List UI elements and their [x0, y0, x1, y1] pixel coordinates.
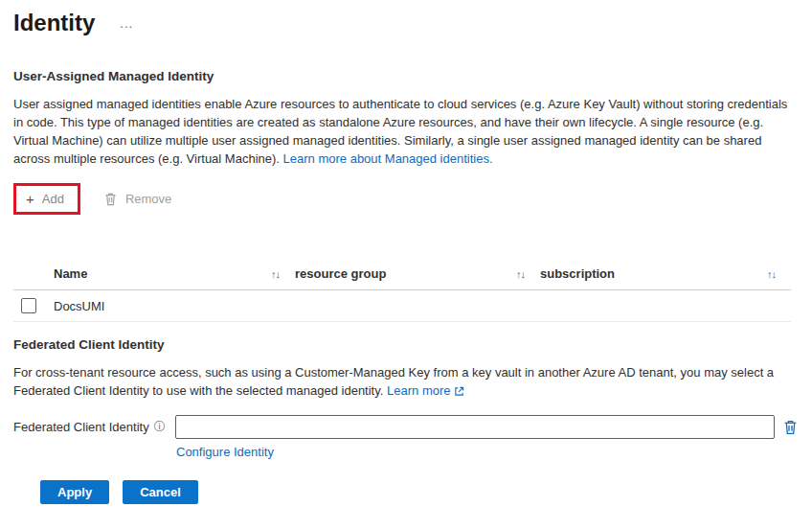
identity-page: Identity ... User-Assigned Managed Ident… — [0, 0, 812, 504]
column-header-name[interactable]: Name ↑↓ — [54, 266, 295, 281]
row-checkbox-cell — [13, 298, 54, 313]
sort-icon[interactable]: ↑↓ — [516, 268, 525, 280]
fci-description: For cross-tenant resource access, such a… — [13, 363, 799, 400]
configure-identity-link[interactable]: Configure Identity — [176, 445, 274, 459]
column-header-resource-group-label: resource group — [295, 266, 386, 281]
column-header-subscription[interactable]: subscription ↑↓ — [540, 266, 791, 281]
uami-table: Name ↑↓ resource group ↑↓ subscription ↑… — [13, 258, 791, 322]
fci-field-label-text: Federated Client Identity — [13, 420, 149, 434]
fci-section-heading: Federated Client Identity — [13, 337, 799, 352]
column-header-name-label: Name — [54, 266, 87, 281]
fci-learn-more-label: Learn more — [387, 383, 450, 398]
add-button[interactable]: + Add — [18, 187, 72, 211]
column-header-subscription-label: subscription — [540, 266, 615, 281]
apply-button[interactable]: Apply — [40, 480, 109, 504]
table-row[interactable]: DocsUMI — [13, 290, 791, 322]
uami-description: User assigned managed identities enable … — [13, 95, 799, 168]
title-row: Identity ... — [13, 10, 799, 36]
page-title: Identity — [13, 10, 95, 36]
delete-identity-button[interactable] — [782, 419, 799, 435]
column-header-resource-group[interactable]: resource group ↑↓ — [295, 266, 540, 281]
add-button-label: Add — [42, 192, 64, 206]
plus-icon: + — [26, 192, 34, 206]
trash-icon — [103, 192, 118, 206]
table-header-row: Name ↑↓ resource group ↑↓ subscription ↑… — [13, 258, 791, 290]
fci-input[interactable] — [175, 415, 775, 439]
sort-icon[interactable]: ↑↓ — [271, 268, 280, 280]
add-button-highlight-box: + Add — [13, 183, 80, 215]
remove-button-label: Remove — [125, 192, 171, 206]
fci-field-row: Federated Client Identity ⓘ — [13, 415, 799, 439]
footer-actions: Apply Cancel — [40, 480, 799, 504]
managed-identities-learn-more-link[interactable]: Learn more about Managed identities. — [283, 151, 493, 166]
context-menu-ellipsis-icon[interactable]: ... — [116, 14, 137, 33]
configure-identity-row: Configure Identity — [176, 445, 799, 459]
uami-section-heading: User-Assigned Managed Identity — [13, 69, 799, 83]
trash-icon — [782, 419, 799, 435]
info-icon[interactable]: ⓘ — [154, 419, 166, 435]
sort-icon[interactable]: ↑↓ — [767, 268, 776, 280]
fci-learn-more-link[interactable]: Learn more — [387, 383, 464, 398]
external-link-icon — [454, 386, 464, 397]
cancel-button[interactable]: Cancel — [123, 480, 198, 504]
uami-toolbar: + Add Remove — [13, 181, 799, 216]
fci-field-label: Federated Client Identity ⓘ — [13, 419, 175, 435]
row-name-cell: DocsUMI — [54, 299, 295, 313]
row-checkbox[interactable] — [21, 298, 36, 313]
remove-button[interactable]: Remove — [96, 187, 179, 211]
